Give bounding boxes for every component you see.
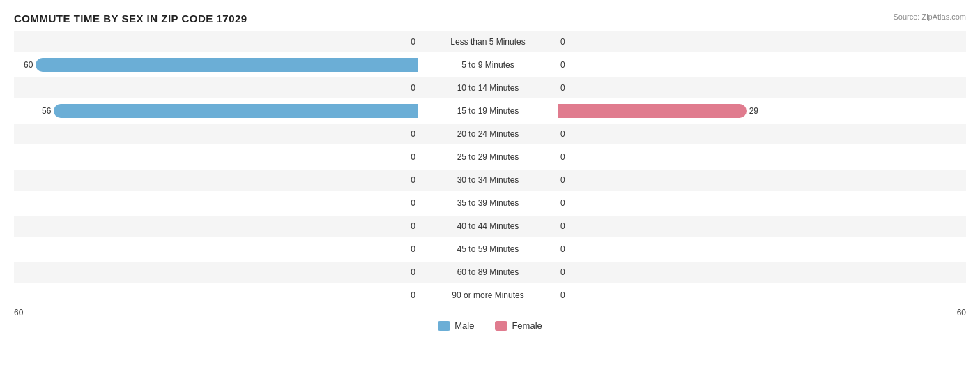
female-value: 0 — [560, 60, 580, 70]
male-value: 0 — [396, 198, 415, 208]
axis-right: 60 — [957, 308, 966, 318]
table-row: 0 40 to 44 Minutes 0 — [14, 216, 966, 237]
left-bar-container: 0 — [14, 193, 418, 214]
male-value: 0 — [396, 290, 415, 300]
female-value: 0 — [560, 152, 580, 162]
row-label: 35 to 39 Minutes — [418, 198, 558, 208]
table-row: 0 30 to 34 Minutes 0 — [14, 170, 966, 191]
table-row: 0 Less than 5 Minutes 0 — [14, 31, 966, 52]
left-bar-container: 60 — [14, 54, 418, 75]
row-label: 60 to 89 Minutes — [418, 267, 558, 277]
male-value: 0 — [396, 267, 415, 277]
legend-male: Male — [438, 320, 474, 331]
left-bar-container: 0 — [14, 285, 418, 306]
female-value: 0 — [560, 244, 580, 254]
left-bar-container: 0 — [14, 147, 418, 167]
chart-area: 0 Less than 5 Minutes 0 60 5 to 9 Minute… — [14, 31, 966, 304]
table-row: 0 35 to 39 Minutes 0 — [14, 193, 966, 214]
right-bar-container: 0 — [558, 262, 962, 283]
row-label: 45 to 59 Minutes — [418, 244, 558, 254]
female-value: 0 — [560, 83, 580, 93]
male-value: 0 — [396, 244, 415, 254]
table-row: 0 20 to 24 Minutes 0 — [14, 124, 966, 144]
male-value: 0 — [396, 129, 415, 139]
left-bar-container: 0 — [14, 262, 418, 283]
table-row: 0 25 to 29 Minutes 0 — [14, 147, 966, 167]
left-bar-container: 0 — [14, 124, 418, 144]
row-label: 20 to 24 Minutes — [418, 129, 558, 139]
table-row: 0 60 to 89 Minutes 0 — [14, 262, 966, 283]
left-bar-container: 0 — [14, 31, 418, 52]
left-bar-container: 0 — [14, 216, 418, 237]
table-row: 0 90 or more Minutes 0 — [14, 285, 966, 306]
row-label: 10 to 14 Minutes — [418, 83, 558, 93]
female-value: 0 — [560, 198, 580, 208]
left-bar-container: 0 — [14, 239, 418, 260]
row-label: Less than 5 Minutes — [418, 37, 558, 47]
female-swatch — [495, 321, 507, 331]
male-value: 0 — [396, 175, 415, 185]
axis-labels: 60 60 — [14, 308, 966, 318]
table-row: 56 15 to 19 Minutes 29 — [14, 100, 966, 121]
row-label: 90 or more Minutes — [418, 290, 558, 300]
right-bar-container: 0 — [558, 31, 962, 52]
right-bar-container: 0 — [558, 285, 962, 306]
chart-title: COMMUTE TIME BY SEX IN ZIP CODE 17029 — [14, 13, 966, 24]
left-bar-container: 0 — [14, 77, 418, 98]
female-value: 0 — [560, 290, 580, 300]
female-value: 29 — [749, 106, 769, 116]
female-label: Female — [512, 320, 542, 331]
male-label: Male — [454, 320, 474, 331]
male-value: 56 — [31, 106, 51, 116]
chart-container: COMMUTE TIME BY SEX IN ZIP CODE 17029 So… — [0, 0, 980, 365]
male-swatch — [438, 321, 450, 331]
row-label: 25 to 29 Minutes — [418, 152, 558, 162]
right-bar-container: 0 — [558, 147, 962, 167]
female-value: 0 — [560, 267, 580, 277]
male-value: 0 — [396, 37, 415, 47]
right-bar-container: 0 — [558, 193, 962, 214]
male-bar — [54, 104, 418, 118]
table-row: 0 10 to 14 Minutes 0 — [14, 77, 966, 98]
row-label: 30 to 34 Minutes — [418, 175, 558, 185]
table-row: 0 45 to 59 Minutes 0 — [14, 239, 966, 260]
right-bar-container: 0 — [558, 216, 962, 237]
male-bar — [36, 58, 418, 72]
legend-female: Female — [495, 320, 542, 331]
female-value: 0 — [560, 37, 580, 47]
left-bar-container: 56 — [14, 100, 418, 121]
right-bar-container: 0 — [558, 124, 962, 144]
right-bar-container: 0 — [558, 54, 962, 75]
source-label: Source: ZipAtlas.com — [893, 13, 966, 21]
left-bar-container: 0 — [14, 170, 418, 191]
female-value: 0 — [560, 221, 580, 231]
legend: Male Female — [14, 320, 966, 331]
female-value: 0 — [560, 129, 580, 139]
right-bar-container: 0 — [558, 170, 962, 191]
row-label: 40 to 44 Minutes — [418, 221, 558, 231]
right-bar-container: 0 — [558, 239, 962, 260]
male-value: 60 — [14, 60, 33, 70]
female-value: 0 — [560, 175, 580, 185]
right-bar-container: 29 — [558, 100, 962, 121]
male-value: 0 — [396, 221, 415, 231]
row-label: 15 to 19 Minutes — [418, 106, 558, 116]
right-bar-container: 0 — [558, 77, 962, 98]
male-value: 0 — [396, 83, 415, 93]
axis-left: 60 — [14, 308, 23, 318]
female-bar — [558, 104, 747, 118]
row-label: 5 to 9 Minutes — [418, 60, 558, 70]
male-value: 0 — [396, 152, 415, 162]
table-row: 60 5 to 9 Minutes 0 — [14, 54, 966, 75]
